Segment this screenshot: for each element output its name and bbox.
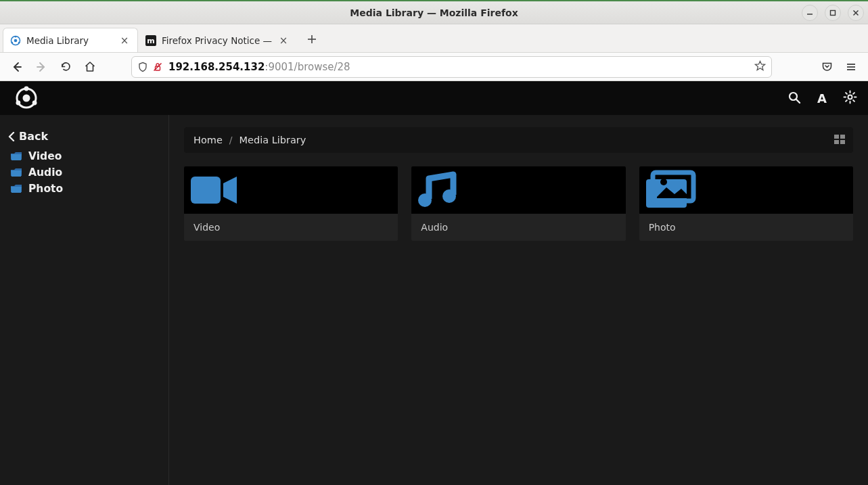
photo-icon — [643, 170, 696, 210]
svg-line-34 — [853, 93, 854, 94]
sidebar-back-button[interactable]: Back — [8, 130, 160, 143]
card-video[interactable]: Video — [184, 166, 398, 241]
svg-point-8 — [12, 41, 14, 43]
sidebar-item-audio[interactable]: Audio — [8, 164, 160, 181]
svg-point-7 — [18, 41, 20, 43]
svg-point-27 — [848, 95, 852, 99]
tab-close-button[interactable]: × — [118, 34, 131, 47]
search-icon — [787, 91, 801, 104]
folder-icon — [11, 152, 22, 161]
app-header: A — [0, 81, 868, 115]
sidebar-item-label: Video — [28, 150, 62, 162]
video-icon — [188, 171, 239, 209]
tab-firefox-privacy[interactable]: m Firefox Privacy Notice — × — [138, 28, 297, 52]
app-viewport: A Back Video — [0, 81, 868, 485]
window-controls — [802, 5, 864, 21]
svg-rect-1 — [831, 10, 836, 15]
svg-rect-38 — [834, 140, 839, 144]
url-security-icons — [137, 62, 163, 72]
card-photo[interactable]: Photo — [639, 166, 853, 241]
svg-point-21 — [23, 95, 30, 102]
svg-rect-37 — [840, 135, 845, 139]
sidebar-item-photo[interactable]: Photo — [8, 181, 160, 197]
sidebar-item-label: Photo — [28, 183, 63, 195]
search-button[interactable] — [787, 91, 801, 106]
window-title: Media Library — Mozilla Firefox — [350, 7, 518, 18]
folder-icon — [11, 184, 22, 193]
arrow-left-icon — [11, 61, 23, 73]
favicon-icon — [10, 35, 21, 46]
svg-point-41 — [418, 193, 432, 207]
card-label: Photo — [639, 214, 853, 241]
svg-rect-36 — [834, 135, 839, 139]
font-size-button[interactable]: A — [817, 91, 827, 106]
card-grid: Video Audio — [184, 166, 853, 241]
pocket-icon — [821, 61, 833, 72]
folder-icon — [11, 168, 22, 177]
nav-reload-button[interactable] — [55, 57, 76, 77]
sidebar-item-video[interactable]: Video — [8, 148, 160, 164]
card-label: Video — [184, 214, 398, 241]
card-thumb — [639, 166, 853, 214]
card-thumb — [411, 166, 625, 214]
tab-media-library[interactable]: Media Library × — [3, 28, 138, 52]
insecure-lock-icon — [152, 62, 163, 72]
chevron-left-icon — [8, 132, 15, 141]
svg-rect-39 — [840, 140, 845, 144]
hamburger-icon — [846, 62, 856, 72]
settings-button[interactable] — [843, 90, 857, 106]
svg-point-45 — [660, 179, 667, 185]
card-audio[interactable]: Audio — [411, 166, 625, 241]
url-text: 192.168.254.132:9001/browse/28 — [168, 61, 749, 73]
home-icon — [84, 61, 96, 73]
pocket-button[interactable] — [817, 57, 837, 77]
gear-icon — [843, 90, 857, 104]
sidebar-back-label: Back — [19, 130, 48, 143]
svg-point-6 — [15, 35, 17, 37]
svg-point-22 — [24, 87, 29, 91]
nav-toolbar: 192.168.254.132:9001/browse/28 — [0, 53, 868, 81]
window-maximize-button[interactable] — [825, 5, 841, 21]
bookmark-star-button[interactable] — [754, 60, 766, 74]
nav-home-button[interactable] — [80, 57, 100, 77]
sidebar: Back Video Audio — [0, 115, 169, 485]
window-minimize-button[interactable] — [802, 5, 818, 21]
breadcrumb-home[interactable]: Home — [193, 135, 223, 145]
grid-icon — [834, 135, 845, 144]
svg-point-5 — [14, 39, 18, 42]
tab-strip: Media Library × m Firefox Privacy Notice… — [0, 24, 868, 53]
breadcrumb: Home / Media Library — [184, 127, 853, 153]
new-tab-button[interactable] — [301, 28, 323, 50]
nav-back-button[interactable] — [7, 57, 27, 77]
tab-label: Media Library — [26, 35, 113, 46]
main-content: Home / Media Library Video — [169, 115, 868, 485]
audio-icon — [415, 170, 460, 210]
svg-line-32 — [846, 93, 847, 94]
url-host: 192.168.254.132 — [168, 61, 265, 73]
tab-label: Firefox Privacy Notice — — [162, 35, 272, 46]
window-close-button[interactable] — [848, 5, 864, 21]
svg-text:m: m — [147, 37, 154, 45]
app-logo[interactable] — [11, 83, 42, 114]
url-bar[interactable]: 192.168.254.132:9001/browse/28 — [131, 56, 772, 78]
breadcrumb-current: Media Library — [239, 135, 306, 145]
window-titlebar: Media Library — Mozilla Firefox — [0, 0, 868, 24]
tab-close-button[interactable]: × — [277, 34, 290, 47]
svg-line-35 — [846, 100, 847, 101]
svg-line-26 — [796, 99, 800, 103]
close-icon — [852, 9, 859, 16]
svg-point-24 — [16, 101, 21, 106]
svg-point-42 — [442, 189, 456, 203]
reload-icon — [60, 61, 72, 72]
nav-forward-button[interactable] — [31, 57, 51, 77]
favicon-icon: m — [145, 35, 156, 46]
url-path: :9001/browse/28 — [265, 61, 350, 73]
logo-icon — [12, 83, 41, 113]
svg-line-33 — [853, 100, 854, 101]
sidebar-item-label: Audio — [28, 166, 62, 179]
svg-rect-40 — [191, 177, 221, 204]
view-toggle-button[interactable] — [834, 135, 845, 146]
arrow-right-icon — [35, 61, 47, 73]
maximize-icon — [829, 9, 836, 16]
app-menu-button[interactable] — [841, 57, 861, 77]
